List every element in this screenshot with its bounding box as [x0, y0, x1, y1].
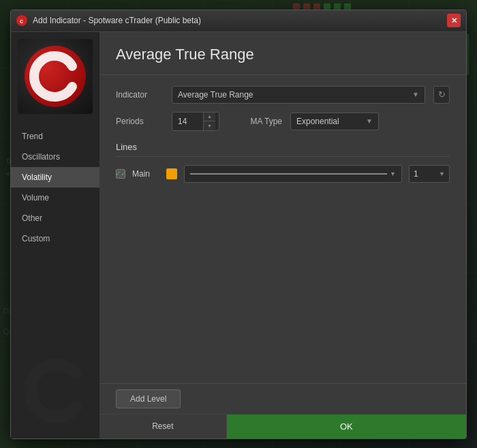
line-main-row: ✓ Main ▼ 1 ▼	[116, 162, 450, 185]
dialog-footer: Add Level Reset OK	[99, 383, 466, 438]
svg-text:c: c	[20, 18, 23, 25]
title-bar: c Add Indicator - Spotware cTrader (Publ…	[11, 10, 466, 32]
line-thickness-value: 1	[414, 169, 439, 179]
line-thickness-arrow-icon: ▼	[439, 170, 445, 177]
sidebar-nav: Trend Oscillators Volatility Volume Othe…	[11, 126, 99, 249]
app-icon: c	[16, 15, 27, 26]
sidebar-item-volatility[interactable]: Volatility	[11, 167, 99, 188]
periods-input-wrap: ▲ ▼	[172, 112, 219, 131]
sidebar-item-volume[interactable]: Volume	[11, 188, 99, 208]
ma-type-arrow-icon: ▼	[366, 117, 373, 125]
content-header: Average True Range	[99, 32, 466, 75]
line-main-label: Main	[132, 169, 159, 179]
checkmark-icon: ✓	[115, 170, 121, 177]
lines-section: Lines ✓ Main ▼ 1	[116, 142, 450, 185]
line-thickness-dropdown[interactable]: 1 ▼	[409, 165, 450, 183]
periods-label: Periods	[116, 117, 164, 126]
add-level-button[interactable]: Add Level	[116, 389, 181, 408]
refresh-icon: ↻	[438, 89, 446, 100]
window-title: Add Indicator - Spotware cTrader (Public…	[33, 16, 447, 25]
lines-section-title: Lines	[116, 142, 450, 157]
periods-decrement-button[interactable]: ▼	[204, 121, 215, 130]
periods-row: Periods ▲ ▼ MA Type Exponential ▼	[116, 112, 450, 131]
footer-buttons: Reset OK	[99, 414, 466, 438]
sidebar-item-trend[interactable]: Trend	[11, 126, 99, 147]
ma-type-value: Exponential	[296, 117, 360, 126]
ma-type-label: MA Type	[241, 117, 282, 126]
reset-button[interactable]: Reset	[99, 415, 227, 438]
line-color-swatch[interactable]	[166, 168, 177, 179]
main-content: Average True Range Indicator Average Tru…	[99, 32, 466, 438]
indicator-dropdown-value: Average True Range	[178, 90, 407, 100]
indicator-title: Average True Range	[116, 46, 450, 63]
line-style-preview	[190, 173, 387, 175]
add-indicator-dialog: c Add Indicator - Spotware cTrader (Publ…	[10, 10, 467, 439]
refresh-button[interactable]: ↻	[433, 86, 450, 104]
indicator-dropdown[interactable]: Average True Range ▼	[172, 86, 425, 104]
form-area: Indicator Average True Range ▼ ↻ Periods	[99, 75, 466, 383]
sidebar-watermark	[21, 357, 89, 425]
sidebar-item-oscillators[interactable]: Oscillators	[11, 147, 99, 167]
indicator-row: Indicator Average True Range ▼ ↻	[116, 86, 450, 104]
sidebar: Trend Oscillators Volatility Volume Othe…	[11, 32, 99, 438]
ma-type-dropdown[interactable]: Exponential ▼	[290, 113, 379, 130]
add-level-area: Add Level	[99, 383, 466, 414]
line-main-checkbox[interactable]: ✓	[116, 169, 125, 179]
indicator-dropdown-arrow-icon: ▼	[412, 91, 419, 98]
periods-spinners: ▲ ▼	[203, 113, 215, 130]
close-button[interactable]: ✕	[447, 14, 461, 27]
indicator-label: Indicator	[116, 90, 164, 100]
ok-button[interactable]: OK	[227, 415, 466, 438]
periods-increment-button[interactable]: ▲	[204, 113, 215, 121]
line-style-arrow-icon: ▼	[390, 170, 396, 177]
sidebar-item-custom[interactable]: Custom	[11, 228, 99, 249]
line-style-dropdown[interactable]: ▼	[184, 165, 402, 183]
sidebar-item-other[interactable]: Other	[11, 208, 99, 228]
periods-input[interactable]	[172, 113, 203, 130]
sidebar-logo	[18, 39, 93, 114]
